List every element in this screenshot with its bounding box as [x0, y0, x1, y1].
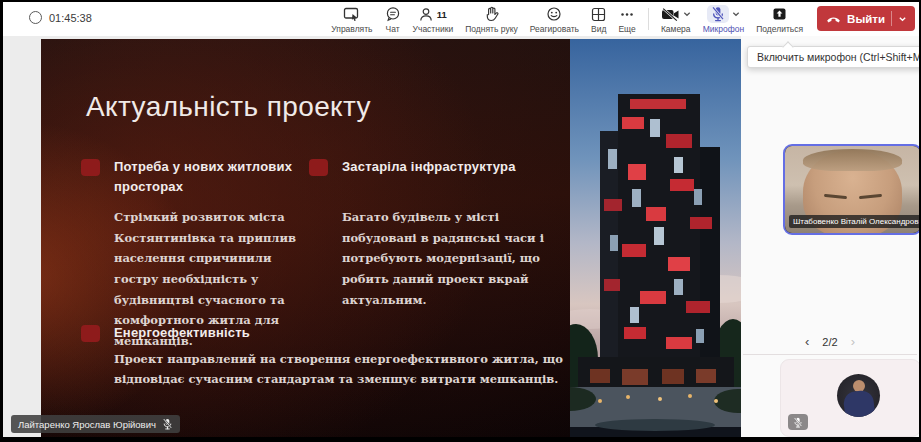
raise-hand-button[interactable]: Поднять руку — [459, 5, 524, 34]
teams-meeting-window: 01:45:38 Управлять Чат 11 Учас — [0, 0, 921, 442]
leave-divider — [891, 11, 892, 26]
participants-button[interactable]: 11 Участники — [407, 5, 460, 34]
raise-hand-icon — [484, 5, 499, 23]
more-ellipsis-icon — [619, 5, 635, 23]
meeting-timer: 01:45:38 — [29, 11, 92, 24]
pager-position: 2/2 — [822, 336, 837, 348]
toolbar-divider — [648, 8, 649, 30]
meeting-toolbar: 01:45:38 Управлять Чат 11 Учас — [3, 2, 919, 36]
presenter-name: Лайтаренко Ярослав Юрійович — [18, 419, 156, 430]
react-button[interactable]: Реагировать — [524, 5, 585, 34]
chat-icon — [385, 5, 401, 23]
mic-chevron-down-icon[interactable] — [732, 11, 740, 17]
share-label: Поделиться — [756, 24, 803, 34]
pager-next-button[interactable]: › — [851, 335, 855, 348]
presenter-name-pill: Лайтаренко Ярослав Юрійович — [11, 415, 180, 433]
bullet-heading: Енергоефективність — [114, 323, 576, 343]
raise-hand-label: Поднять руку — [465, 24, 518, 34]
speaker-hair — [803, 149, 903, 172]
mic-off-icon — [711, 6, 725, 22]
leave-label: Выйти — [847, 13, 885, 25]
chat-button[interactable]: Чат — [379, 5, 407, 34]
bullet-marker-icon — [81, 325, 100, 342]
shared-presentation: Актуальність проекту Потреба у нових жит… — [41, 39, 741, 438]
pager-prev-button[interactable]: ‹ — [805, 335, 809, 348]
mic-tooltip-text: Включить микрофон (Ctrl+Shift+M) — [757, 51, 921, 63]
microphone-button[interactable]: Микрофон — [697, 5, 750, 34]
view-grid-icon — [591, 5, 606, 23]
share-button[interactable]: Поделиться — [750, 5, 809, 34]
building-image — [570, 39, 741, 438]
bullet-body: Багато будівель у місті побудовані в рад… — [342, 207, 557, 310]
slide-title: Актуальність проекту — [86, 91, 371, 123]
view-button[interactable]: Вид — [585, 5, 612, 34]
react-smiley-icon — [546, 5, 562, 23]
panel-divider — [743, 354, 917, 355]
screen-control-icon — [343, 5, 360, 23]
camera-chevron-down-icon[interactable] — [683, 11, 691, 17]
more-label: Еще — [618, 24, 635, 34]
participant-mute-badge — [788, 414, 808, 430]
camera-label: Камера — [661, 24, 691, 34]
share-screen-icon — [772, 5, 787, 23]
speaker-name-tag: Штабовенко Віталій Олександрович — [789, 215, 921, 228]
camera-off-icon — [661, 7, 680, 22]
participants-count: 11 — [437, 9, 447, 20]
chat-label: Чат — [385, 24, 399, 34]
bullet-heading: Потреба у нових житлових просторах — [114, 157, 313, 201]
view-label: Вид — [591, 24, 606, 34]
camera-button[interactable]: Камера — [655, 5, 697, 34]
participants-icon — [419, 7, 433, 22]
microphone-label: Микрофон — [703, 24, 744, 34]
mic-hover-highlight — [707, 5, 729, 23]
participant-tile[interactable] — [780, 359, 921, 437]
speaker-video: Штабовенко Віталій Олександрович — [785, 146, 920, 233]
toolbar-buttons: Управлять Чат 11 Участники Поднять — [325, 5, 915, 34]
control-label: Управлять — [331, 24, 372, 34]
more-button[interactable]: Еще — [612, 5, 641, 34]
participants-label: Участники — [413, 24, 454, 34]
control-button[interactable]: Управлять — [325, 5, 378, 34]
leave-button[interactable]: Выйти — [817, 6, 915, 31]
meeting-timer-text: 01:45:38 — [49, 12, 92, 24]
bullet-marker-icon — [81, 159, 100, 176]
slide-bullet-3: Енергоефективність Проект направлений на… — [81, 323, 576, 390]
slide-content: Актуальність проекту Потреба у нових жит… — [41, 39, 570, 438]
slide-bullet-2: Застаріла інфраструктура Багато будівель… — [309, 157, 557, 310]
speaker-video-tile[interactable]: Штабовенко Віталій Олександрович — [783, 144, 921, 235]
meeting-status-icon — [29, 11, 42, 24]
react-label: Реагировать — [530, 24, 579, 34]
bullet-heading: Застаріла інфраструктура — [342, 157, 557, 201]
presenter-mic-muted-icon — [162, 418, 173, 430]
bullet-body: Проект направлений на створення енергоеф… — [114, 349, 576, 390]
bullet-marker-icon — [309, 159, 328, 176]
leave-chevron-down-icon[interactable] — [898, 16, 907, 22]
mic-tooltip: Включить микрофон (Ctrl+Shift+M) — [747, 46, 921, 68]
hang-up-icon — [826, 14, 841, 24]
participants-pager: ‹ 2/2 › — [741, 335, 919, 348]
avatar-body — [842, 389, 875, 417]
participant-avatar — [837, 374, 880, 417]
mic-muted-icon — [793, 417, 803, 428]
